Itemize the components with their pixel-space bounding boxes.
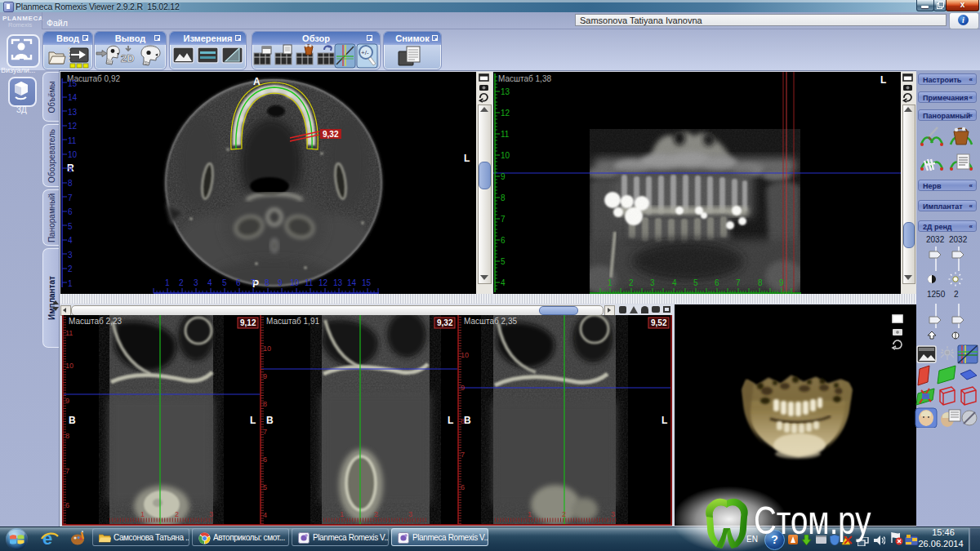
svg-text:L: L [880,74,886,86]
svg-text:2D: 2D [121,52,135,64]
svg-text:4: 4 [501,278,506,287]
svg-text:6: 6 [715,278,719,287]
svg-text:4: 4 [68,236,73,245]
svg-text:B: B [266,415,274,426]
svg-text:7: 7 [501,215,506,224]
svg-text:1: 1 [140,510,145,518]
svg-text:L: L [662,415,667,426]
svg-text:3: 3 [209,510,213,518]
svg-text:1: 1 [608,278,612,287]
svg-text:9,32: 9,32 [323,130,339,139]
svg-text:Масштаб 2,23: Масштаб 2,23 [69,317,122,326]
svg-text:1: 1 [528,510,532,518]
svg-text:3: 3 [408,510,412,518]
svg-text:8: 8 [265,278,270,287]
svg-text:L: L [250,415,256,426]
svg-text:9: 9 [263,372,267,380]
svg-text:3: 3 [194,278,198,287]
svg-text:11: 11 [65,329,73,337]
svg-text:3: 3 [650,278,655,287]
svg-text:6: 6 [501,236,506,245]
svg-text:8: 8 [68,179,73,188]
svg-text:10: 10 [68,150,78,159]
svg-text:14: 14 [347,278,357,287]
svg-text:10: 10 [501,151,510,160]
svg-text:9: 9 [278,278,283,287]
svg-text:1: 1 [165,278,170,287]
svg-text:1: 1 [340,510,344,518]
svg-text:7: 7 [736,278,741,287]
svg-text:8: 8 [65,432,69,440]
svg-text:13: 13 [501,87,510,96]
svg-text:6: 6 [263,455,267,464]
svg-text:12: 12 [68,122,78,131]
svg-text:15: 15 [362,278,372,287]
svg-text:B: B [69,415,76,426]
svg-text:9: 9 [501,172,506,181]
svg-text:3: 3 [611,510,615,518]
svg-text:6: 6 [236,278,241,287]
svg-text:8: 8 [501,193,506,202]
svg-text:5: 5 [693,278,698,287]
svg-text:2: 2 [179,278,184,287]
svg-text:4: 4 [207,278,212,287]
svg-text:9,52: 9,52 [651,318,667,327]
svg-text:9: 9 [779,278,784,287]
svg-text:2: 2 [175,510,179,518]
svg-text:6: 6 [68,207,73,216]
svg-text:Масштаб 2,35: Масштаб 2,35 [464,317,517,326]
svg-text:Масштаб 1,91: Масштаб 1,91 [266,317,319,326]
svg-text:e: e [42,530,52,548]
svg-text:11: 11 [305,278,314,287]
svg-text:L: L [464,153,470,164]
svg-text:7: 7 [461,451,465,459]
svg-text:1: 1 [68,279,73,288]
svg-text:2: 2 [68,264,73,273]
svg-text:7: 7 [68,193,73,202]
svg-text:12: 12 [501,109,510,118]
svg-text:2: 2 [629,278,634,287]
svg-text:5: 5 [68,222,73,231]
svg-text:8: 8 [263,400,267,408]
svg-text:A: A [253,76,261,87]
svg-text:5: 5 [501,257,506,266]
svg-text:4: 4 [672,278,677,287]
svg-text:13: 13 [333,278,343,287]
svg-text:8: 8 [758,278,763,287]
svg-text:13: 13 [68,108,78,117]
svg-text:11: 11 [68,136,77,145]
svg-text:L: L [448,415,453,426]
svg-text:5: 5 [222,278,227,287]
svg-text:15: 15 [68,79,78,88]
svg-text:2: 2 [562,510,566,518]
svg-text:11: 11 [501,130,510,139]
svg-text:9: 9 [68,165,73,174]
svg-text:10: 10 [65,362,74,370]
svg-text:10: 10 [263,344,271,353]
svg-text:Масштаб 1,38: Масштаб 1,38 [498,74,551,83]
svg-text:10: 10 [461,351,469,359]
svg-text:9,32: 9,32 [437,318,453,327]
svg-text:9,12: 9,12 [240,318,256,327]
svg-text:10: 10 [290,278,300,287]
svg-text:+/-: +/- [361,49,369,56]
svg-text:12: 12 [318,278,328,287]
svg-text:7: 7 [251,278,256,287]
svg-text:3: 3 [68,251,73,260]
svg-text:2: 2 [374,510,378,518]
svg-text:B: B [464,415,471,426]
svg-text:14: 14 [68,93,78,102]
